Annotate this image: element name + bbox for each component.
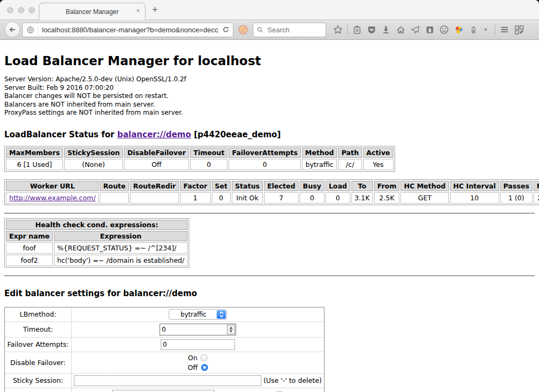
send-plane-icon[interactable] [410,24,420,35]
worker-status-table: Worker URLRouteRouteRedirFactorSetStatus… [4,179,539,205]
divider [4,275,535,276]
column-header: HC Method [400,181,448,191]
tiles-edit-icon[interactable] [514,24,524,35]
colors-extension-icon[interactable] [453,24,464,35]
cell: 10 [450,192,499,204]
reload-button[interactable] [218,26,233,33]
worker-url-link[interactable]: http://www.example.com/ [9,194,95,202]
server-version-line: Server Version: Apache/2.5.0-dev (Unix) … [4,75,535,84]
chevron-down-icon[interactable] [480,24,491,35]
home-icon[interactable] [395,24,406,35]
tab-balancer-manager[interactable]: Balancer Manager × [39,3,146,20]
zoom-window-button[interactable] [29,7,35,13]
minimize-window-button[interactable] [18,7,24,13]
cell: 0 [212,192,231,204]
pocket-icon[interactable] [366,24,377,35]
failover-attempts-input[interactable] [161,339,235,350]
column-header: DisableFailover [124,148,189,158]
health-table-title: Health check cond. expressions: [6,220,188,230]
divider [4,213,535,214]
column-header: Fails [534,181,539,191]
battery-icon[interactable] [468,24,479,35]
feedback-smiley-icon[interactable] [439,24,450,35]
column-header: To [351,181,373,191]
disable-failover-label: Disable Failover: [5,352,72,373]
lbmethod-selected-value: bytraffic [170,311,217,318]
table-row: 6 [1 Used](None)Off00bytraffic/c/Yes [6,159,393,170]
cell: bytraffic [302,159,337,170]
radio-off-label: Off [188,363,197,372]
cell [130,192,179,204]
timeout-label: Timeout: [5,321,72,337]
tab-title: Balancer Manager [66,8,119,16]
toolbar-icons [333,24,524,35]
edit-settings-heading: Edit balancer settings for balancer://de… [4,289,535,298]
table-row: foof2 hc('body') =~ /domain is establish… [6,255,188,266]
toolbar-separator [495,24,495,35]
navigation-toolbar: localhost:8880/balancer-manager?b=demo&n… [0,19,539,40]
select-arrows-icon [217,310,226,319]
cell: 3.1K [351,192,373,204]
disable-failover-on-radio[interactable] [201,354,208,361]
add-new-worker-input[interactable] [112,390,215,392]
search-bar[interactable] [253,23,326,37]
radio-on-label: On [188,354,198,362]
cell: 1 [180,192,210,204]
column-header: StickySession [64,148,123,158]
lbmethod-select[interactable]: bytraffic [169,309,227,320]
column-header: Active [363,148,393,158]
content-blocked-icon[interactable] [237,24,250,35]
cell: 1 (0) [500,192,533,204]
column-header: HC Interval [450,181,499,191]
close-window-button[interactable] [7,7,13,13]
balancer-demo-link[interactable]: balancer://demo [117,130,191,139]
column-header: Worker URL [6,181,99,191]
url-path: /balancer-manager?b=demo&nonce=decc37be-… [87,26,218,34]
menu-hamburger-icon[interactable] [499,24,510,35]
edit-balancer-form: LBmethod: bytraffic Timeout: [4,307,324,392]
cell: Yes [363,159,393,170]
table-row: http://www.example.com/10Init Ok7003.1K2… [6,192,539,204]
disable-failover-off-radio[interactable] [201,364,208,371]
new-tab-button[interactable]: + [152,4,158,15]
add-new-worker-label: Add New Worker: [5,388,72,392]
expr-name-cell: foof [6,242,53,254]
url-text[interactable]: localhost:8880/balancer-manager?b=demo&n… [38,26,218,34]
timeout-input-wrap: ▲▼ [160,324,236,335]
number-spinner[interactable]: ▲▼ [227,325,235,334]
expression-cell: hc('body') =~ /domain is established/ [54,255,188,266]
column-header: Elected [264,181,299,191]
download-panel-icon[interactable] [424,24,435,35]
cell: 2.5K [374,192,400,204]
sticky-session-hint: (Use '-' to delete) [264,376,322,384]
cell: 0 [300,192,324,204]
inherit-notice-line: Balancers are NOT inherited from main se… [4,101,535,109]
reading-list-icon[interactable] [351,24,362,35]
tab-close-icon[interactable]: × [136,7,140,15]
proxypass-notice-line: ProxyPass settings are NOT inherited fro… [4,109,535,117]
url-host: localhost:8880 [42,26,87,34]
health-col-expr-name: Expr name [6,231,53,241]
column-header: Busy [300,181,324,191]
sticky-session-input[interactable] [74,375,261,386]
server-info: Server Version: Apache/2.5.0-dev (Unix) … [4,75,535,117]
search-input[interactable] [266,25,317,34]
back-button[interactable] [4,22,20,38]
table-row: foof %{REQUEST_STATUS} =~ /^[234]/ [6,242,188,254]
column-header: Route [100,181,129,191]
column-header: Status [232,181,263,191]
column-header: RouteRedir [130,181,179,191]
timeout-input[interactable] [160,326,227,333]
url-bar[interactable]: localhost:8880/balancer-manager?b=demo&n… [22,23,233,37]
column-header: Factor [180,181,210,191]
bookmark-star-icon[interactable] [333,24,343,35]
cell: 0 [190,159,228,170]
downloads-icon[interactable] [381,24,391,35]
balancer-status-table: MaxMembersStickySessionDisableFailoverTi… [4,146,395,172]
status-heading-prefix: LoadBalancer Status for [4,130,117,139]
failover-attempts-label: Failover Attempts: [5,337,72,352]
expr-name-cell: foof2 [6,255,53,266]
page-title: Load Balancer Manager for localhost [4,54,535,68]
column-header: MaxMembers [6,148,63,158]
reload-icon [222,26,230,33]
